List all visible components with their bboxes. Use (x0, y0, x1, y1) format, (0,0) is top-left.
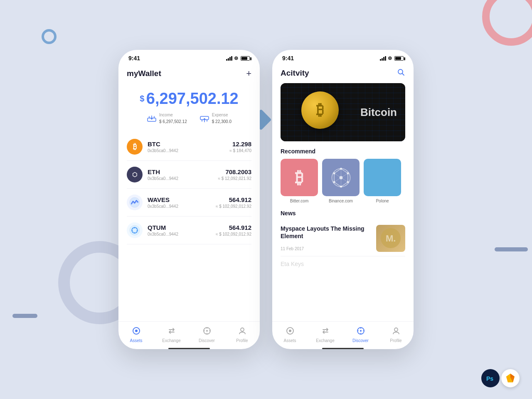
bitter-name: Bitter.com (281, 199, 318, 203)
qtum-symbol: QTUM (148, 224, 216, 231)
exchange-label-2: Exchange (316, 338, 334, 343)
qtum-info: QTUM 0x3b5ca0...9442 (148, 224, 216, 236)
signal-icon-1 (226, 56, 232, 61)
svg-point-3 (130, 225, 140, 235)
phones-container: 9:41 ⊜ myWallet + (118, 50, 414, 349)
eth-info: ETH 0x3b5ca0...9442 (148, 168, 218, 181)
svg-point-11 (133, 232, 133, 232)
btc-info: BTC 0x3b5ca0...9442 (148, 140, 229, 153)
nav-assets-1[interactable]: Assets (125, 327, 148, 343)
nav-exchange-2[interactable]: Exchange (314, 327, 337, 343)
status-icons-2: ⊜ (380, 55, 404, 61)
news-text-1: Myspace Layouts The Missing Element 11 F… (281, 225, 371, 251)
bitcoin-coin: ₿ (301, 91, 339, 129)
svg-point-29 (339, 176, 342, 179)
recommend-list: ₿ Bitter.com (281, 159, 405, 203)
wifi-icon-2: ⊜ (388, 55, 392, 61)
battery-icon-2 (394, 56, 404, 61)
svg-point-39 (289, 330, 291, 332)
bg-decoration-rect-1 (12, 314, 37, 318)
eth-icon: ⬡ (127, 167, 143, 182)
search-button[interactable] (397, 68, 405, 78)
svg-point-7 (132, 230, 133, 231)
discover-icon-2 (357, 327, 365, 337)
battery-icon-1 (241, 56, 250, 61)
tools-badges: Ps (481, 369, 520, 387)
dollar-sign: $ (140, 94, 144, 103)
crypto-item-waves[interactable]: WAVES 0x3b5ca0...9442 564.912 ≈ $ 102,09… (127, 189, 251, 217)
discover-icon-1 (203, 327, 211, 337)
recommend-bitter[interactable]: ₿ Bitter.com (281, 159, 318, 203)
add-wallet-button[interactable]: + (246, 68, 251, 79)
news-title: News (281, 210, 405, 217)
sketch-badge (501, 369, 520, 387)
wifi-icon-1: ⊜ (234, 55, 238, 61)
crypto-item-qtum[interactable]: QTUM 0x3b5ca0...9442 564.912 ≈ $ 102,092… (127, 217, 251, 244)
waves-symbol: WAVES (148, 196, 216, 203)
btc-amount: 12.298 (229, 140, 251, 148)
crypto-item-eth[interactable]: ⬡ ETH 0x3b5ca0...9442 708.2003 ≈ $ 12,09… (127, 161, 251, 189)
eth-address: 0x3b5ca0...9442 (148, 176, 218, 181)
news-headline-1: Myspace Layouts The Missing Element (281, 225, 371, 240)
income-stat: Income $ 6,297,502.12 (147, 113, 187, 125)
nav-discover-1[interactable]: Discover (195, 327, 218, 343)
nav-discover-2[interactable]: Discover (349, 327, 372, 343)
svg-point-35 (333, 172, 335, 174)
svg-point-9 (133, 228, 133, 229)
income-label: Income (159, 113, 187, 117)
status-bar-1: 9:41 ⊜ (118, 50, 260, 64)
news-thumb-1: M. (376, 225, 405, 252)
bg-decoration-circle-blue (42, 29, 57, 44)
activity-title: Acitvity (281, 69, 309, 78)
svg-point-41 (360, 330, 362, 332)
qtum-icon (127, 222, 143, 238)
bg-decoration-rect-2 (495, 247, 528, 251)
expense-value: $ 22,300.0 (212, 119, 232, 124)
phone-activity: 9:41 ⊜ Acitvity (272, 50, 414, 349)
discover-label-2: Discover (352, 338, 369, 343)
phone-wallet: 9:41 ⊜ myWallet + (118, 50, 260, 349)
nav-exchange-1[interactable]: Exchange (160, 327, 183, 343)
bitter-icon: ₿ (281, 159, 318, 196)
recommend-binance[interactable]: Binance.com (322, 159, 360, 203)
polo-icon (364, 159, 401, 196)
news-date-1: 11 Feb 2017 (281, 246, 371, 251)
btc-values: 12.298 ≈ $ 184,470 (229, 140, 251, 153)
nav-assets-2[interactable]: Assets (278, 327, 301, 343)
qtum-usd: ≈ $ 102,092,012.92 (216, 232, 251, 236)
crypto-item-btc[interactable]: ₿ BTC 0x3b5ca0...9442 12.298 ≈ $ 184,470 (127, 133, 251, 161)
svg-point-6 (134, 232, 135, 234)
home-indicator-1 (168, 348, 210, 349)
qtum-address: 0x3b5ca0...9442 (148, 232, 216, 236)
featured-banner[interactable]: ₿ Bitcoin (281, 83, 405, 141)
svg-point-30 (340, 167, 342, 170)
assets-icon-2 (286, 327, 294, 337)
crypto-list: ₿ BTC 0x3b5ca0...9442 12.298 ≈ $ 184,470… (127, 133, 251, 321)
nav-profile-2[interactable]: Profile (384, 327, 407, 343)
assets-label-2: Assets (283, 338, 296, 343)
btc-usd: ≈ $ 184,470 (229, 148, 251, 153)
svg-text:M.: M. (386, 233, 396, 244)
nav-profile-1[interactable]: Profile (231, 327, 254, 343)
waves-address: 0x3b5ca0...9442 (148, 204, 216, 209)
news-section: Myspace Layouts The Missing Element 11 F… (281, 221, 405, 321)
binance-name: Binance.com (322, 199, 360, 203)
svg-point-34 (333, 181, 335, 183)
recommend-polo[interactable]: Polone (364, 159, 401, 203)
btc-address: 0x3b5ca0...9442 (148, 148, 229, 153)
bottom-nav-1: Assets Exchange (118, 321, 260, 346)
qtum-values: 564.912 ≈ $ 102,092,012.92 (216, 224, 251, 236)
income-icon (147, 115, 157, 123)
news-item-1[interactable]: Myspace Layouts The Missing Element 11 F… (281, 221, 405, 256)
news-item-2-partial: Eta Keys (281, 256, 405, 271)
profile-label-1: Profile (236, 338, 248, 343)
recommend-title: Recommend (281, 148, 405, 155)
waves-usd: ≈ $ 102,092,012.92 (216, 204, 251, 209)
assets-icon-1 (132, 327, 140, 337)
eth-amount: 708.2003 (218, 168, 251, 175)
binance-icon (322, 159, 360, 196)
svg-text:Ps: Ps (486, 375, 493, 382)
svg-point-22 (398, 69, 403, 74)
balance-section: $ 6,297,502.12 Income (127, 86, 251, 133)
banner-text: Bitcoin (360, 106, 397, 119)
